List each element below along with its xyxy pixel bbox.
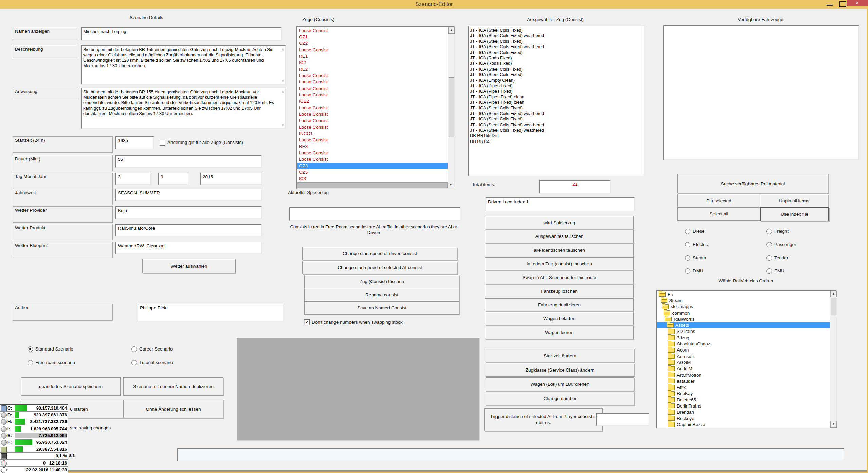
instruction-field[interactable]: Sie bringen mit der betagten BR 155 eine… bbox=[81, 88, 286, 129]
consist-list-item[interactable]: Loose Consist bbox=[297, 117, 448, 124]
consist-list-item[interactable]: Loose Consist bbox=[297, 150, 448, 156]
description-field[interactable]: Sie bringen mit der betagten BR 155 eine… bbox=[81, 45, 286, 85]
radio-dmu[interactable] bbox=[685, 268, 690, 274]
folder-tree-item[interactable]: F:\ bbox=[657, 291, 830, 297]
make-player-train-button[interactable]: wird Spielerzug bbox=[485, 216, 634, 229]
folder-tree-item[interactable]: Aerosoft bbox=[657, 353, 830, 359]
trigger-distance-button[interactable]: Trigger distance of selected AI from Pla… bbox=[484, 408, 603, 431]
swap-all-scenarios-button[interactable]: Swap in ALL Scenarios for this route bbox=[485, 271, 634, 284]
scroll-down-icon[interactable]: ▼ bbox=[448, 182, 454, 188]
consist-list-item[interactable]: Loose Consist bbox=[297, 124, 448, 130]
folder-tree-item[interactable]: Brendan bbox=[657, 409, 830, 415]
consist-list-item[interactable]: GZ5 bbox=[297, 169, 448, 175]
folder-tree-item[interactable]: 3dzug bbox=[657, 335, 830, 341]
consists-scrollbar[interactable]: ▲ bbox=[448, 27, 454, 182]
choose-weather-button[interactable]: Wetter auswählen bbox=[142, 259, 236, 273]
folder-tree-item[interactable]: Assets bbox=[657, 322, 830, 328]
folder-tree-item[interactable]: steamapps bbox=[657, 304, 830, 310]
wagon-list-item[interactable]: JT - IGA (Steel Coils Fixed) bbox=[469, 67, 644, 72]
status-field[interactable] bbox=[177, 448, 844, 461]
folder-tree-item[interactable]: Buckeye bbox=[657, 415, 830, 421]
wagon-list-item[interactable]: JT - IGA (Rods Fixed) bbox=[469, 55, 644, 61]
wagon-list-item[interactable]: JT - IGA (Steel Coils Fixed) bbox=[469, 39, 644, 44]
year-field[interactable]: 2015 bbox=[200, 173, 262, 185]
consist-list-item[interactable]: Loose Consist bbox=[297, 156, 448, 163]
weather-product-field[interactable]: RailSimulatorCore bbox=[115, 224, 262, 236]
wagon-list-item[interactable]: JT - IGA (Steel Coils Fixed) bbox=[469, 116, 644, 122]
rename-consist-button[interactable]: Rename consist bbox=[304, 288, 459, 301]
author-field[interactable]: Philippe Plein bbox=[138, 304, 283, 322]
chevron-up-icon[interactable]: ∧ bbox=[281, 90, 284, 94]
weather-blueprint-field[interactable]: Weather\RW_Clear.xml bbox=[115, 242, 262, 254]
folder-tree-item[interactable]: common bbox=[657, 310, 830, 316]
close-without-changes-button[interactable]: Ohne Änderung schliessen bbox=[123, 400, 223, 418]
wagon-list-item[interactable]: JT - IGA (Rods Fixed) bbox=[469, 61, 644, 66]
wagon-list-item[interactable]: JT - IGA (Steel Coils Fixed) bbox=[469, 27, 644, 33]
folder-tree-item[interactable]: Acorn bbox=[657, 347, 830, 353]
wagon-list-item[interactable]: JT - IGA (Pipes Fixed) clean bbox=[469, 100, 644, 105]
pin-selected-button[interactable]: Pin selected bbox=[677, 194, 760, 207]
scroll-up-icon[interactable]: ▲ bbox=[448, 27, 455, 34]
wagon-list-item[interactable]: DB BR155 Dirt bbox=[469, 133, 644, 138]
driven-loco-index-field[interactable]: Driven Loco Index 1 bbox=[486, 197, 635, 211]
consist-list-item[interactable]: GZ3 bbox=[297, 163, 448, 169]
save-scenario-button[interactable]: geändertes Szenario speichern bbox=[21, 377, 121, 396]
radio-steam[interactable] bbox=[685, 255, 690, 261]
change-speed-driven-button[interactable]: Change start speed of driven consist bbox=[302, 247, 457, 260]
folder-tree-item[interactable]: ArtOfMotion bbox=[657, 372, 830, 378]
close-button[interactable]: ✕ bbox=[847, 0, 868, 6]
duplicate-scenario-button[interactable]: Szenario mit neuem Namen duplizieren bbox=[123, 377, 223, 396]
folder-tree-item[interactable]: BeeKay bbox=[657, 391, 830, 397]
folder-tree-item[interactable]: Steam bbox=[657, 297, 830, 303]
folder-tree-item[interactable]: Andi_M bbox=[657, 366, 830, 372]
scrollbar-thumb[interactable] bbox=[831, 298, 836, 315]
starttime-field[interactable]: 1635 bbox=[115, 136, 154, 149]
duration-field[interactable]: 55 bbox=[115, 155, 262, 168]
weather-provider-field[interactable]: Kuju bbox=[115, 206, 262, 219]
wagon-list-item[interactable]: JT - IGA (Steel Coils Fixed) weathered bbox=[469, 111, 644, 116]
wagon-list-item[interactable]: JT - IGA (Steel Coils Fixed) bbox=[469, 72, 644, 77]
radio-emu[interactable] bbox=[766, 268, 772, 274]
chevron-up-icon[interactable]: ∧ bbox=[281, 47, 284, 51]
consist-list-item[interactable]: Loose Consist bbox=[297, 72, 448, 79]
wagon-list-item[interactable]: JT - IGA (Pipes Fixed) bbox=[469, 83, 644, 89]
minimize-button[interactable] bbox=[824, 1, 836, 8]
folder-tree-item[interactable]: RailWorks bbox=[657, 316, 830, 322]
radio-freight[interactable] bbox=[766, 229, 772, 234]
folder-tree-item[interactable]: AGGM bbox=[657, 359, 830, 365]
consist-list-item[interactable]: Loose Consist bbox=[297, 27, 448, 34]
radio-electric[interactable] bbox=[685, 242, 690, 247]
chevron-down-icon[interactable]: ∨ bbox=[281, 123, 284, 127]
search-rolling-stock-button[interactable]: Suche verfügbares Rollmaterial bbox=[677, 174, 828, 193]
consist-list-item[interactable]: Loose Consist bbox=[297, 46, 448, 53]
chevron-down-icon[interactable]: ∨ bbox=[281, 79, 284, 83]
available-vehicles-listbox[interactable] bbox=[663, 25, 859, 160]
wagon-list-item[interactable]: JT - IGA (Empty Clean) bbox=[469, 78, 644, 83]
consist-list-item[interactable]: RE3 bbox=[297, 143, 448, 150]
folder-tree-item[interactable]: CaptainBazza bbox=[657, 421, 830, 428]
consist-list-item[interactable]: ICE2 bbox=[297, 98, 448, 105]
rotate-wagon-button[interactable]: Wagen (Lok) um 180°drehen bbox=[486, 377, 634, 391]
scroll-up-icon[interactable]: ▲ bbox=[830, 291, 837, 297]
month-field[interactable]: 9 bbox=[158, 173, 188, 185]
name-field[interactable]: Mischer nach Leipzig bbox=[81, 27, 282, 41]
consist-list-item[interactable]: INCO1 bbox=[297, 130, 448, 137]
consists-hscrollbar[interactable] bbox=[297, 182, 448, 188]
wagon-list-item[interactable]: JT - IGA (Pipes Fixed) clean bbox=[469, 94, 644, 100]
current-player-train-field[interactable] bbox=[289, 207, 460, 221]
wagon-list-item[interactable]: JT - IGA (Steel Coils Fixed) weathered bbox=[469, 44, 644, 50]
season-field[interactable]: SEASON_SUMMER bbox=[115, 189, 262, 201]
day-field[interactable]: 3 bbox=[115, 173, 151, 185]
scrollbar-thumb[interactable] bbox=[449, 77, 454, 137]
maximize-button[interactable] bbox=[837, 1, 848, 7]
folder-tree-item[interactable]: Attix bbox=[657, 384, 830, 390]
radio-freeroam-scenario[interactable] bbox=[28, 360, 33, 365]
title-bar[interactable]: Szenario-Editor bbox=[0, 0, 868, 9]
apply-all-consists-checkbox[interactable] bbox=[160, 140, 165, 146]
radio-passenger[interactable] bbox=[766, 242, 772, 247]
change-speed-ai-button[interactable]: Change start speed of selected AI consis… bbox=[302, 261, 457, 274]
consist-list-item[interactable]: RE2 bbox=[297, 66, 448, 72]
swap-selected-button[interactable]: Ausgewähltes tauschen bbox=[485, 230, 634, 243]
dont-change-numbers-checkbox[interactable]: ✔ bbox=[304, 319, 310, 325]
tree-scrollbar[interactable]: ▲ ▼ bbox=[830, 291, 836, 428]
